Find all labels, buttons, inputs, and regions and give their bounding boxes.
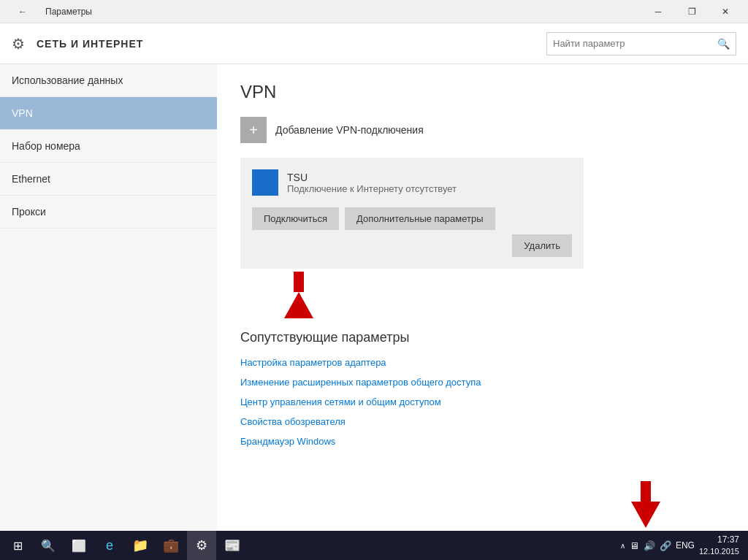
- vpn-status: Подключение к Интернету отсутствует: [287, 183, 457, 194]
- taskbar: ⊞ 🔍 ⬜ e 📁 💼 ⚙ 📰 ∧ 🖥 🔊 🔗 ENG 17:37 12.10.…: [0, 531, 748, 560]
- add-vpn-row[interactable]: + Добавление VPN-подключения: [240, 117, 725, 143]
- titlebar: ← Параметры ─ ❐ ✕: [0, 0, 748, 23]
- settings-icon: ⚙: [12, 35, 25, 53]
- sidebar-item-proxy[interactable]: Прокси: [0, 196, 217, 229]
- taskbar-left: ⊞ 🔍 ⬜ e 📁 💼 ⚙ 📰: [3, 531, 247, 560]
- vpn-delete-row: Удалить: [252, 234, 572, 257]
- link-browser-properties[interactable]: Свойства обозревателя: [240, 416, 725, 427]
- related-title: Сопутствующие параметры: [240, 330, 725, 345]
- vpn-card-header: TSU Подключение к Интернету отсутствует: [252, 169, 572, 196]
- sidebar-item-dial-up[interactable]: Набор номера: [0, 130, 217, 163]
- app-header: ⚙ СЕТЬ И ИНТЕРНЕТ 🔍: [0, 23, 748, 64]
- search-input[interactable]: [553, 38, 717, 49]
- system-tray-up-icon: ∧: [620, 542, 625, 550]
- add-vpn-label: Добавление VPN-подключения: [275, 124, 424, 136]
- related-settings: Сопутствующие параметры Настройка параме…: [240, 330, 725, 447]
- app-title: СЕТЬ И ИНТЕРНЕТ: [37, 38, 143, 50]
- advanced-settings-button[interactable]: Дополнительные параметры: [345, 207, 495, 230]
- taskbar-clock[interactable]: 17:37 12.10.2015: [699, 534, 739, 557]
- search-taskbar-button[interactable]: 🔍: [34, 531, 63, 560]
- titlebar-title: Параметры: [45, 7, 92, 17]
- sidebar-item-data-usage[interactable]: Использование данных: [0, 64, 217, 97]
- arrow-down-head: [631, 502, 660, 528]
- link-sharing-settings[interactable]: Изменение расширенных параметров общего …: [240, 377, 725, 388]
- taskbar-right: ∧ 🖥 🔊 🔗 ENG 17:37 12.10.2015: [620, 534, 745, 557]
- vpn-card: TSU Подключение к Интернету отсутствует …: [240, 158, 584, 269]
- clock-time: 17:37: [699, 534, 739, 546]
- page-title: VPN: [240, 82, 725, 102]
- sidebar: Использование данных VPN Набор номера Et…: [0, 64, 217, 531]
- connect-button[interactable]: Подключиться: [252, 207, 339, 230]
- vpn-connection-icon: [252, 169, 278, 196]
- back-button[interactable]: ←: [6, 0, 39, 23]
- edge-taskbar-icon[interactable]: e: [95, 531, 124, 560]
- arrow-up-annotation: [284, 272, 313, 318]
- titlebar-controls: ─ ❐ ✕: [641, 0, 742, 23]
- main-layout: Использование данных VPN Набор номера Et…: [0, 64, 748, 531]
- volume-icon: 🔊: [644, 540, 655, 551]
- search-icon: 🔍: [717, 38, 730, 50]
- maximize-button[interactable]: ❐: [675, 0, 709, 23]
- sidebar-item-vpn[interactable]: VPN: [0, 97, 217, 130]
- related-links-list: Настройка параметров адаптера Изменение …: [240, 357, 725, 447]
- language-indicator[interactable]: ENG: [676, 540, 695, 551]
- arrow-stem-up: [294, 272, 304, 292]
- settings-taskbar-icon[interactable]: ⚙: [187, 531, 216, 560]
- titlebar-left: ← Параметры: [6, 0, 92, 23]
- explorer-taskbar-icon[interactable]: 📁: [126, 531, 155, 560]
- store-taskbar-icon[interactable]: 💼: [156, 531, 186, 560]
- content-area: VPN + Добавление VPN-подключения TSU Под…: [217, 64, 748, 531]
- add-vpn-button[interactable]: +: [240, 117, 267, 143]
- arrow-head-up: [284, 292, 313, 318]
- vpn-name: TSU: [287, 172, 457, 183]
- minimize-button[interactable]: ─: [641, 0, 675, 23]
- link-network-center[interactable]: Центр управления сетями и общим доступом: [240, 396, 725, 407]
- link-firewall[interactable]: Брандмауэр Windows: [240, 436, 725, 447]
- vpn-info: TSU Подключение к Интернету отсутствует: [287, 172, 457, 194]
- network-icon: 🖥: [630, 540, 639, 551]
- start-button[interactable]: ⊞: [3, 531, 32, 560]
- sidebar-item-ethernet[interactable]: Ethernet: [0, 163, 217, 196]
- task-view-button[interactable]: ⬜: [64, 531, 94, 560]
- delete-button[interactable]: Удалить: [512, 234, 572, 257]
- search-box: 🔍: [546, 32, 736, 55]
- arrow-down-annotation: [631, 481, 660, 528]
- clock-date: 12.10.2015: [699, 546, 739, 557]
- vpn-primary-buttons: Подключиться Дополнительные параметры: [252, 207, 572, 230]
- network-wifi-icon: 🔗: [660, 540, 671, 551]
- news-taskbar-icon[interactable]: 📰: [218, 531, 247, 560]
- link-adapter-settings[interactable]: Настройка параметров адаптера: [240, 357, 725, 368]
- arrow-down-stem: [641, 481, 651, 502]
- close-button[interactable]: ✕: [709, 0, 742, 23]
